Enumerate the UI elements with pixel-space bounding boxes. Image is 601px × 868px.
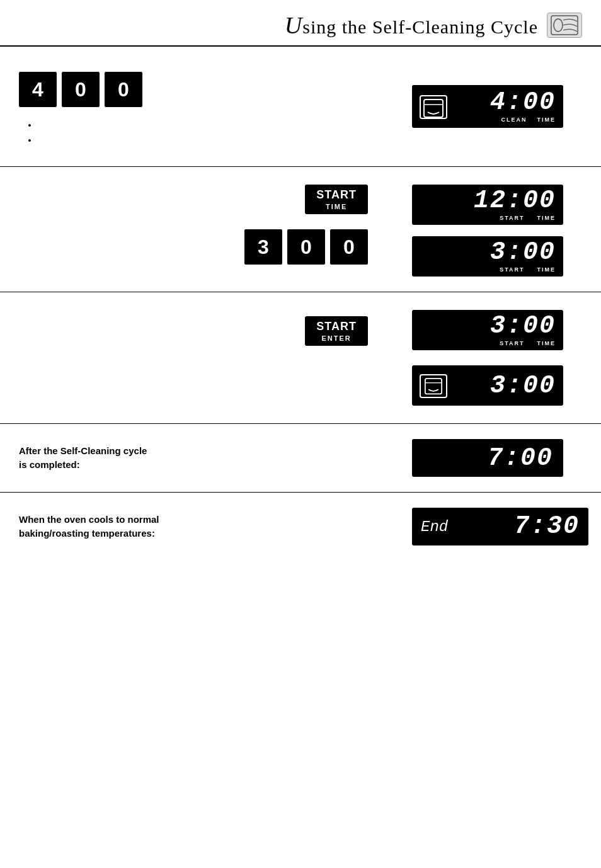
section-1-left: 4 0 0 [19, 66, 399, 147]
header-icon [547, 13, 582, 38]
section-2-left: START TIME 3 0 0 [19, 185, 399, 271]
display-2a: 12:00 START TIME [412, 185, 563, 225]
bullet-2 [38, 132, 40, 147]
display-3a-time: 3:00 [490, 314, 556, 339]
svg-point-1 [554, 19, 563, 31]
digit-0c: 0 [287, 229, 325, 265]
digit-0a: 0 [62, 72, 100, 107]
page-title: Using the Self-Cleaning Cycle [285, 11, 538, 39]
section-5: When the oven cools to normal baking/roa… [0, 493, 601, 561]
section-4-left: After the Self-Cleaning cycle is complet… [19, 444, 399, 472]
display-3a: 3:00 START TIME [412, 310, 563, 350]
start-time-button[interactable]: START TIME [305, 185, 368, 214]
section-5-left: When the oven cools to normal baking/roa… [19, 513, 399, 541]
section-3-right: 3:00 START TIME 3:00 [412, 310, 582, 406]
display-4a: 7:00 [412, 439, 563, 477]
display-2a-time: 12:00 [474, 188, 556, 214]
display-1-label1: CLEAN [501, 117, 527, 123]
display-2b: 3:00 START TIME [412, 236, 563, 277]
display-3b-time: 3:00 [490, 374, 556, 399]
section-4-right: 7:00 [412, 439, 582, 477]
digit-0b: 0 [105, 72, 142, 107]
start-enter-button[interactable]: START ENTER [305, 316, 368, 346]
section-4: After the Self-Cleaning cycle is complet… [0, 424, 601, 493]
oven-icon-2 [420, 374, 447, 398]
display-4a-time: 7:00 [488, 446, 553, 471]
display-2b-label2: TIME [537, 266, 556, 273]
digit-row-1: 4 0 0 [19, 72, 142, 107]
section-1: 4 0 0 4:00 [0, 47, 601, 167]
display-5a: End 7:30 [412, 508, 588, 545]
section-3: START ENTER 3:00 START TIME 3:00 [0, 292, 601, 424]
title-italic: U [285, 12, 302, 38]
display-3a-label1: START [500, 340, 524, 346]
section-2: START TIME 3 0 0 12:00 START TIME 3:00 S… [0, 167, 601, 292]
display-5a-time: 7:30 [514, 514, 580, 539]
section-2-right: 12:00 START TIME 3:00 START TIME [412, 185, 582, 277]
section-4-text: After the Self-Cleaning cycle is complet… [19, 444, 399, 472]
display-3a-label2: TIME [537, 340, 556, 346]
section-5-text: When the oven cools to normal baking/roa… [19, 513, 399, 541]
display-2a-label1: START [500, 215, 524, 221]
digit-4: 4 [19, 72, 57, 107]
display-3b: 3:00 [412, 365, 563, 406]
digit-row-2: 3 0 0 [244, 229, 368, 265]
bullet-1 [38, 117, 40, 132]
digit-0d: 0 [330, 229, 368, 265]
section-3-left: START ENTER [19, 310, 399, 351]
bullet-area-1 [25, 117, 40, 147]
display-1: 4:00 CLEAN TIME [412, 85, 563, 128]
digit-3: 3 [244, 229, 282, 265]
display-2a-label2: TIME [537, 215, 556, 221]
display-2b-label1: START [500, 266, 524, 273]
display-1-time: 4:00 [490, 90, 556, 115]
display-5a-end: End [421, 518, 448, 535]
oven-icon-1 [420, 95, 447, 119]
section-5-right: End 7:30 [412, 508, 582, 545]
section-1-right: 4:00 CLEAN TIME [412, 85, 582, 128]
display-2b-time: 3:00 [490, 240, 556, 265]
page-header: Using the Self-Cleaning Cycle [0, 0, 601, 47]
display-1-label2: TIME [537, 117, 556, 123]
